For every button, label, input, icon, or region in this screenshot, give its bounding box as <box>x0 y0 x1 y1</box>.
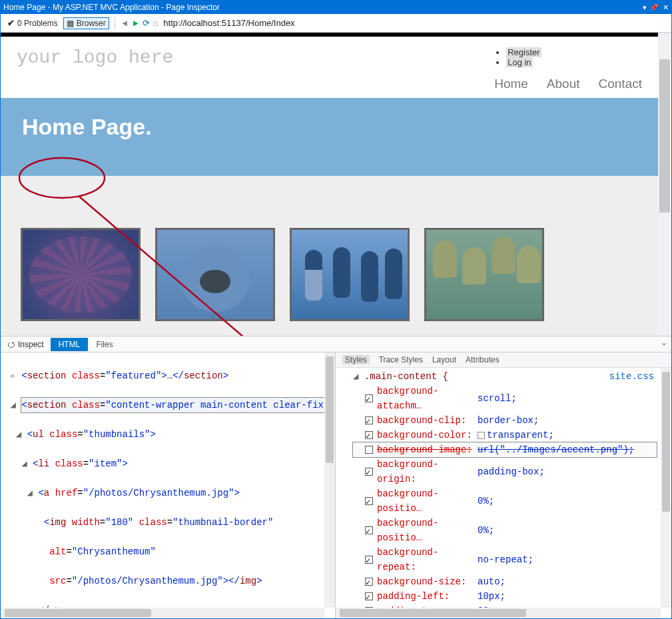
styles-scroll-h[interactable] <box>336 608 661 618</box>
inspect-button[interactable]: ⭯ Inspect <box>1 340 51 349</box>
color-swatch <box>478 432 485 439</box>
inspector-tabs: ⭯ Inspect HTML Files ⌄ <box>1 336 671 352</box>
problems-button[interactable]: ✔ 0 Problems <box>5 17 61 29</box>
divider <box>115 17 115 29</box>
chevron-icon[interactable]: ⌄ <box>661 338 667 347</box>
checkbox[interactable] <box>365 394 373 402</box>
nav-contact[interactable]: Contact <box>599 77 642 91</box>
checkbox[interactable] <box>365 592 373 600</box>
inspect-label: Inspect <box>18 340 44 349</box>
grid-icon: ▦ <box>67 19 74 28</box>
tab-styles[interactable]: Styles <box>342 355 370 364</box>
thumbnail-row <box>21 228 638 321</box>
nav-about[interactable]: About <box>547 77 580 91</box>
checkbox[interactable] <box>365 431 373 439</box>
checkbox[interactable] <box>365 526 373 534</box>
prop-background-image: background-image: url("../Images/accent.… <box>353 442 657 457</box>
tab-html[interactable]: HTML <box>51 338 89 351</box>
browser-label: Browser <box>77 19 106 28</box>
preview-pane: your logo here Register Log in Home Abou… <box>1 33 671 336</box>
refresh-icon[interactable]: ⟳ <box>143 18 150 28</box>
tab-files[interactable]: Files <box>88 338 121 351</box>
rule-main-content: ◢ .main-content { site.css <box>353 369 657 384</box>
pin-icon[interactable]: 📌 <box>649 3 659 12</box>
window-titlebar: Home Page - My ASP.NET MVC Application -… <box>1 1 671 14</box>
toolbar: ✔ 0 Problems ▦ Browser ◄ ► ⟳ ⌂ http://lo… <box>1 14 671 33</box>
register-link[interactable]: Register <box>506 47 541 57</box>
hero-banner: Home Page. <box>1 98 658 176</box>
styles-tabs: Styles Trace Styles Layout Attributes <box>336 352 671 368</box>
checkbox[interactable] <box>365 578 373 586</box>
close-icon[interactable]: ✕ <box>663 3 669 12</box>
main-nav: Home About Contact <box>494 77 642 91</box>
html-code[interactable]: ▹ <section class="featured">…</section> … <box>1 352 324 608</box>
preview-scrollbar[interactable] <box>658 33 671 336</box>
window-title: Home Page - My ASP.NET MVC Application -… <box>3 3 220 12</box>
styles-scroll-v[interactable] <box>661 368 671 608</box>
tab-layout[interactable]: Layout <box>432 355 456 364</box>
thumbnail-tulips[interactable] <box>424 228 544 321</box>
logo-text: your logo here <box>17 47 173 68</box>
styles-pane: Styles Trace Styles Layout Attributes ◢ … <box>336 352 671 618</box>
checkbox[interactable] <box>365 468 373 476</box>
thumbnail-koala[interactable] <box>155 228 275 321</box>
tab-trace-styles[interactable]: Trace Styles <box>379 355 423 364</box>
browser-button[interactable]: ▦ Browser <box>63 17 109 29</box>
styles-list[interactable]: ◢ .main-content { site.css background-at… <box>336 368 661 608</box>
nav-home[interactable]: Home <box>494 77 528 91</box>
checkbox[interactable] <box>365 416 373 424</box>
url-bar[interactable]: http://localhost:51137/Home/Index <box>161 18 667 28</box>
checkbox[interactable] <box>365 497 373 505</box>
checkbox[interactable] <box>365 556 373 564</box>
hero-title: Home Page. <box>22 114 637 140</box>
checkbox[interactable] <box>365 446 373 454</box>
problems-label: 0 Problems <box>17 19 58 28</box>
login-link[interactable]: Log in <box>506 57 532 67</box>
thumbnail-chrysanthemum[interactable] <box>21 228 141 321</box>
source-link[interactable]: site.css <box>609 369 654 384</box>
dropdown-icon[interactable]: ▾ <box>643 3 647 12</box>
account-links: Register Log in <box>494 47 642 67</box>
inspector-panel: ⭯ Inspect HTML Files ⌄ ▹ <section class=… <box>1 336 671 618</box>
cursor-icon: ⭯ <box>7 340 15 349</box>
html-scroll-h[interactable] <box>1 608 324 618</box>
html-tree-pane: ▹ <section class="featured">…</section> … <box>1 352 336 618</box>
check-icon: ✔ <box>7 18 15 28</box>
page-header: your logo here Register Log in Home Abou… <box>1 37 658 98</box>
thumbnail-penguins[interactable] <box>290 228 410 321</box>
home-icon[interactable]: ⌂ <box>153 18 158 28</box>
forward-icon[interactable]: ► <box>132 18 141 28</box>
tab-attributes[interactable]: Attributes <box>466 355 500 364</box>
back-icon[interactable]: ◄ <box>121 18 129 28</box>
html-scroll-v[interactable] <box>324 352 335 608</box>
